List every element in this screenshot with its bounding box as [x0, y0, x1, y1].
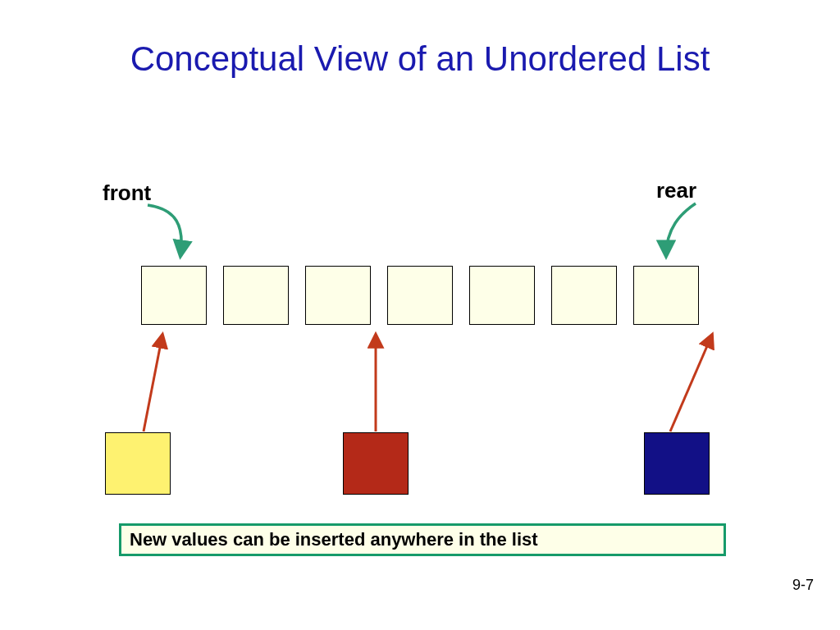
- slide-title: Conceptual View of an Unordered List: [0, 39, 840, 79]
- blue-box: [644, 432, 710, 495]
- caption-text: New values can be inserted anywhere in t…: [130, 529, 538, 550]
- list-box: [223, 266, 289, 325]
- slide: Conceptual View of an Unordered List fro…: [0, 0, 840, 630]
- insert-arrow-icon: [670, 335, 712, 431]
- list-box: [141, 266, 207, 325]
- front-label: front: [103, 180, 151, 206]
- rear-arrow-icon: [666, 203, 696, 256]
- front-arrow-icon: [148, 205, 181, 256]
- list-box: [305, 266, 371, 325]
- yellow-box: [105, 432, 171, 495]
- rear-label: rear: [656, 178, 696, 203]
- list-box: [551, 266, 617, 325]
- list-box: [387, 266, 453, 325]
- page-number: 9-7: [792, 577, 814, 594]
- red-box: [343, 432, 409, 495]
- caption-box: New values can be inserted anywhere in t…: [119, 523, 726, 556]
- list-box: [469, 266, 535, 325]
- list-box: [633, 266, 699, 325]
- insert-arrow-icon: [144, 335, 162, 431]
